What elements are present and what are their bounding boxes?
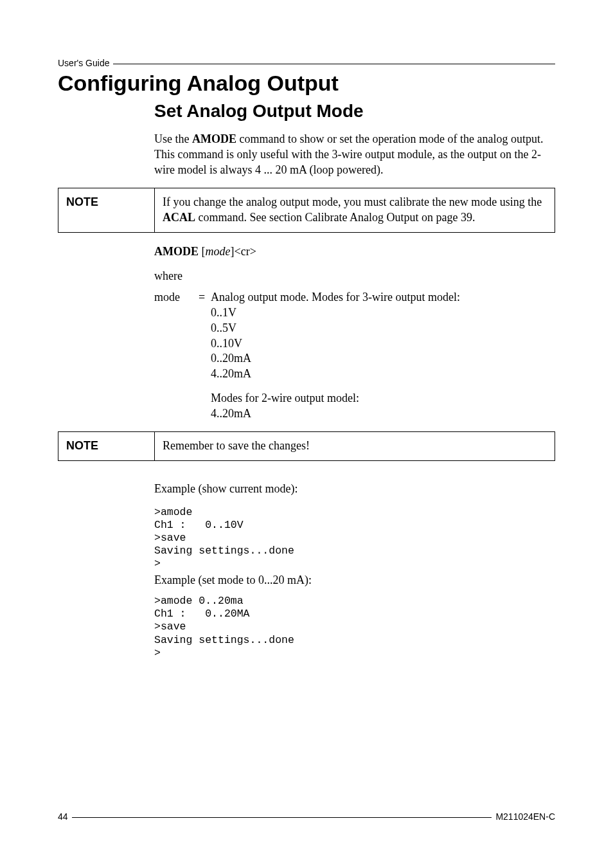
syntax-cmd: AMODE (154, 245, 199, 258)
example1-label: Example (show current mode): (154, 482, 555, 497)
example2-code: >amode 0..20ma Ch1 : 0..20MA >save Savin… (154, 595, 555, 660)
example2-label: Example (set mode to 0...20 mA): (154, 573, 555, 588)
syntax-tail: <cr> (235, 245, 256, 258)
param-eq: = (193, 290, 211, 421)
syntax-block: AMODE [mode]<cr> where mode = Analog out… (154, 244, 555, 422)
examples-block: Example (show current mode): >amode Ch1 … (154, 482, 555, 660)
note-label: NOTE (58, 432, 155, 461)
running-head-row: User's Guide (58, 58, 555, 71)
note1-post: command. See section Calibrate Analog Ou… (195, 211, 475, 224)
example1-code: >amode Ch1 : 0..10V >save Saving setting… (154, 506, 555, 571)
note-text: If you change the analog output mode, yo… (155, 188, 555, 233)
syntax-arg: mode (206, 245, 231, 258)
param-modes-2wire: 4..20mA (211, 406, 555, 422)
intro-cmd: AMODE (192, 132, 236, 145)
where-label: where (154, 269, 555, 284)
running-head: User's Guide (58, 58, 109, 68)
note-text: Remember to save the changes! (155, 432, 555, 461)
note-box-2: NOTE Remember to save the changes! (58, 431, 555, 461)
syntax-line: AMODE [mode]<cr> (154, 244, 555, 260)
footer-rule (72, 817, 492, 818)
param-desc-line: Analog output mode. Modes for 3-wire out… (211, 290, 555, 305)
spacer (58, 473, 555, 482)
intro-pre: Use the (154, 132, 192, 145)
note-label: NOTE (58, 188, 155, 233)
param-modes-3wire: 0..1V 0..5V 0..10V 0..20mA 4..20mA (211, 305, 555, 382)
param-row: mode = Analog output mode. Modes for 3-w… (154, 290, 555, 421)
note1-cmd: ACAL (163, 211, 195, 224)
running-head-rule (113, 64, 555, 64)
param-name: mode (154, 290, 193, 421)
param-desc: Analog output mode. Modes for 3-wire out… (211, 290, 555, 421)
param-desc-2: Modes for 2-wire output model: (211, 391, 555, 406)
spacer (211, 382, 555, 391)
section-title: Set Analog Output Mode (154, 101, 555, 122)
note-box-1: NOTE If you change the analog output mod… (58, 188, 555, 233)
doc-id: M211024EN-C (495, 811, 555, 822)
intro-paragraph: Use the AMODE command to show or set the… (154, 132, 555, 177)
note1-pre: If you change the analog output mode, yo… (163, 195, 542, 208)
page-number: 44 (58, 811, 68, 822)
page-container: User's Guide Configuring Analog Output S… (0, 0, 613, 660)
footer: 44 M211024EN-C (58, 811, 555, 822)
page-title: Configuring Analog Output (58, 71, 555, 96)
